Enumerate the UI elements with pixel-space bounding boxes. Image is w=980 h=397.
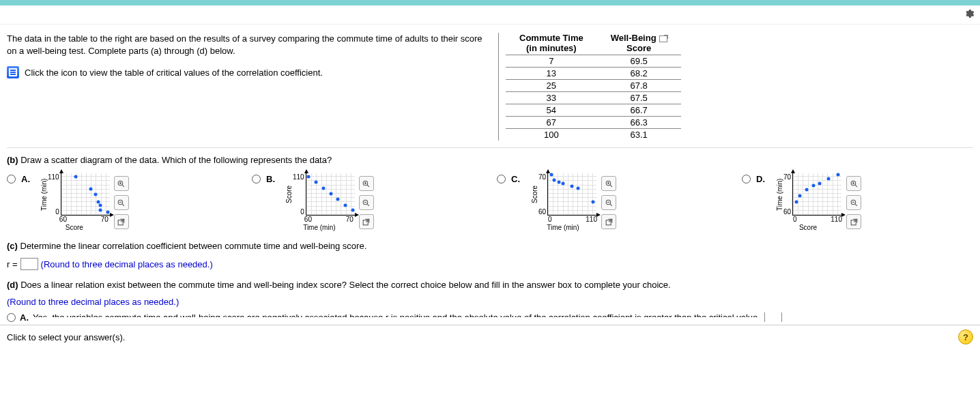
popout-icon[interactable] [659,35,667,42]
option-label: C. [511,174,523,184]
option-c[interactable]: C.Score70600110Time (min) [497,173,728,231]
zoom-in-icon[interactable] [359,176,374,191]
table-row: 3367.5 [506,92,681,104]
r-prefix: r = [7,259,18,269]
mini-chart: Score11006070Time (min) [284,173,355,231]
popout-icon[interactable] [359,214,374,229]
radio-option-d[interactable] [742,175,751,183]
table-row: 769.5 [506,55,681,68]
part-b-label: (b) Draw a scatter diagram of the data. … [7,155,973,165]
footer-bar: Click to select your answer(s). ? [0,325,980,349]
option-label: D. [756,174,768,184]
table-row: 5466.7 [506,104,681,117]
svg-line-5 [122,204,124,206]
svg-line-1 [122,185,124,187]
accent-bar [0,0,980,5]
part-d-label: (d) Does a linear relation exist between… [7,280,973,290]
svg-line-23 [610,204,612,206]
mini-chart: Score70600110Time (min) [529,173,597,231]
zoom-in-icon[interactable] [846,176,861,191]
popout-icon[interactable] [601,214,616,229]
popout-icon[interactable] [114,214,129,229]
option-label: A. [21,174,33,184]
zoom-out-icon[interactable] [359,195,374,210]
content-area: The data in the table to the right are b… [0,25,980,322]
radio-option-c[interactable] [497,175,506,183]
part-d-hint: (Round to three decimal places as needed… [7,297,973,307]
svg-line-14 [367,204,369,206]
critical-values-link[interactable]: Click the icon to view the table of crit… [7,66,491,78]
radio-option-b[interactable] [252,175,261,183]
zoom-in-icon[interactable] [114,176,129,191]
zoom-out-icon[interactable] [114,195,129,210]
zoom-out-icon[interactable] [601,195,616,210]
header-row [0,5,980,25]
radio-option-a[interactable] [7,175,16,183]
mini-chart: Time (min)11006070Score [39,173,110,231]
link-text: Click the icon to view the table of crit… [25,68,323,78]
data-table: Commute Time(in minutes) Well-BeingScore… [506,33,681,141]
svg-line-10 [367,185,369,187]
opt-a-text: Yes, the variables commute time and well… [33,312,760,322]
r-input[interactable] [20,258,38,270]
critical-value-input[interactable] [764,312,782,322]
option-a[interactable]: A.Time (min)11006070Score [7,173,238,231]
opt-a-label: A. [20,312,29,322]
option-label: B. [266,174,278,184]
prompt-column: The data in the table to the right are b… [7,33,491,141]
r-input-row: r = (Round to three decimal places as ne… [7,258,973,270]
data-table-wrap: Commute Time(in minutes) Well-BeingScore… [498,33,681,141]
svg-line-28 [855,185,857,187]
option-d[interactable]: D.Time (min)70600110Score [742,173,973,231]
table-row: 6766.3 [506,117,681,129]
help-button[interactable]: ? [958,329,973,344]
footer-text: Click to select your answer(s). [7,332,125,342]
option-b[interactable]: B.Score11006070Time (min) [252,173,483,231]
table-row: 1368.2 [506,68,681,80]
part-c-label: (c) Determine the linear correlation coe… [7,241,973,251]
col2-header: Well-BeingScore [597,33,681,55]
svg-line-19 [610,185,612,187]
prompt-text: The data in the table to the right are b… [7,33,491,57]
option-a-row[interactable]: A. Yes, the variables commute time and w… [7,312,973,322]
zoom-out-icon[interactable] [846,195,861,210]
gear-icon[interactable] [964,8,975,21]
svg-line-32 [855,204,857,206]
top-section: The data in the table to the right are b… [7,33,973,148]
options-row: A.Time (min)11006070ScoreB.Score11006070… [7,173,973,231]
radio-d-a[interactable] [7,313,16,322]
table-row: 2567.8 [506,80,681,92]
popout-icon[interactable] [846,214,861,229]
mini-chart: Time (min)70600110Score [774,173,842,231]
table-row: 10063.1 [506,129,681,141]
zoom-in-icon[interactable] [601,176,616,191]
round-hint: (Round to three decimal places as needed… [41,259,213,269]
table-icon [7,66,19,78]
col1-header: Commute Time(in minutes) [506,33,597,55]
